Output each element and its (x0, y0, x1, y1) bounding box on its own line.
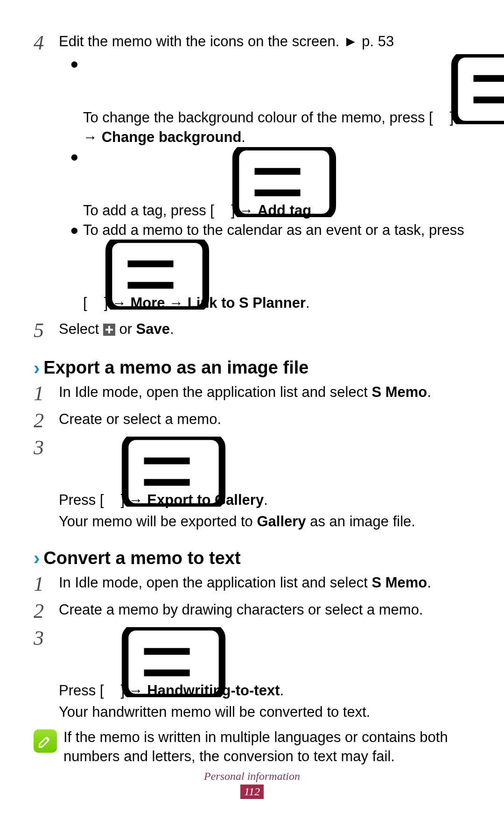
section-title: Convert a memo to text (43, 548, 240, 568)
step-body: Create a memo by drawing characters or s… (59, 600, 470, 620)
bullet-after: . (311, 202, 315, 219)
step-4-substeps: ● To change the background colour of the… (59, 54, 470, 313)
step-number: 4 (34, 32, 59, 53)
menu-icon (214, 147, 231, 159)
step-after: . (427, 574, 431, 591)
menu-icon (87, 240, 104, 252)
step-body: Edit the memo with the icons on the scre… (59, 32, 470, 51)
step-post: ] (120, 682, 125, 699)
step-number: 3 (34, 437, 59, 458)
menu-icon (104, 627, 120, 639)
bullet-dot: ● (70, 54, 83, 74)
step-pre: In Idle mode, open the application list … (59, 574, 371, 591)
bullet-post: ] (104, 295, 108, 311)
convert-step-3-continued: Your handwritten memo will be converted … (59, 702, 470, 722)
page-footer: Personal information 112 (0, 770, 504, 799)
step-number: 2 (34, 600, 59, 622)
note-body: If the memo is written in multiple langu… (63, 728, 470, 767)
step-pre: Press [ (59, 492, 104, 508)
top-continued-steps: 4 Edit the memo with the icons on the sc… (34, 32, 470, 341)
cont-pre: Your memo will be exported to (59, 513, 257, 530)
menu-icon (433, 54, 450, 66)
step-number: 5 (34, 319, 59, 341)
step-4-text: Edit the memo with the icons on the scre… (59, 33, 339, 49)
bullet-body: To add a memo to the calendar as an even… (83, 220, 470, 313)
arrow-icon: → (169, 295, 183, 311)
step-5-row: 5 Select or Save. (34, 319, 470, 341)
cont-after: as an image file. (306, 513, 415, 530)
export-step-3: 3 Press [] → Export to Gallery. (34, 437, 470, 510)
bullet-after: . (306, 295, 310, 311)
chevron-right-icon: › (34, 359, 40, 377)
page-ref: p. 53 (362, 33, 394, 49)
convert-step-2: 2 Create a memo by drawing characters or… (34, 600, 470, 622)
step-pre: Press [ (59, 682, 104, 699)
step-after: . (264, 492, 268, 508)
export-step-1: 1 In Idle mode, open the application lis… (34, 382, 470, 404)
step-body: Select or Save. (59, 319, 470, 339)
step-bold: Export to Gallery (147, 492, 264, 508)
step-bold: S Memo (371, 384, 427, 400)
export-steps: 1 In Idle mode, open the application lis… (34, 382, 470, 531)
step-bold: S Memo (371, 574, 427, 591)
bullet-pre: To add a tag, press [ (83, 202, 214, 219)
step-pre: In Idle mode, open the application list … (59, 384, 371, 400)
bullet-post: ] (450, 109, 454, 126)
bullet-post: ] (231, 202, 235, 219)
step-body: In Idle mode, open the application list … (59, 573, 470, 593)
convert-step-1: 1 In Idle mode, open the application lis… (34, 573, 470, 594)
arrow-icon: → (112, 295, 126, 311)
step-4-row: 4 Edit the memo with the icons on the sc… (34, 32, 470, 53)
cont-bold: Gallery (257, 513, 306, 530)
step-number: 3 (34, 627, 59, 649)
section-title: Export a memo as an image file (43, 358, 308, 378)
menu-icon (104, 437, 120, 449)
bullet-dot: ● (70, 220, 83, 240)
convert-step-3: 3 Press [] → Handwriting-to-text. (34, 627, 470, 700)
step-bold: Handwriting-to-text (147, 682, 280, 699)
step5-mid: or (115, 321, 136, 337)
step-post: ] (120, 492, 125, 508)
footer-page: 112 (0, 785, 504, 799)
footer-label: Personal information (0, 770, 504, 783)
page-ref-arrow: ► (343, 33, 358, 49)
bullet-bold1: More (131, 295, 165, 311)
step-number: 1 (34, 382, 59, 404)
step5-after: . (170, 321, 174, 337)
bullet-body: To add a tag, press [] → Add tag. (83, 147, 470, 220)
bullet-add-tag: ● To add a tag, press [] → Add tag. (59, 147, 470, 220)
step-body: Press [] → Handwriting-to-text. (59, 627, 470, 700)
step5-bold: Save (136, 321, 170, 337)
note-pencil-icon (34, 729, 57, 753)
bullet-bold: Change background (102, 129, 242, 145)
export-step-2: 2 Create or select a memo. (34, 410, 470, 431)
bullet-bold: Add tag (258, 202, 311, 219)
bullet-pre: To change the background colour of the m… (83, 109, 433, 126)
bullet-dot: ● (70, 147, 83, 167)
footer-page-number: 112 (240, 785, 264, 799)
bullet-after: . (241, 129, 245, 145)
bullet-link-splanner: ● To add a memo to the calendar as an ev… (59, 220, 470, 313)
step5-pre: Select (59, 321, 103, 337)
step-body: Press [] → Export to Gallery. (59, 437, 470, 510)
bullet-bold2: Link to S Planner (188, 295, 306, 311)
bullet-change-background: ● To change the background colour of the… (59, 54, 470, 147)
arrow-icon: → (83, 129, 98, 145)
step-body: In Idle mode, open the application list … (59, 382, 470, 402)
convert-section-header: › Convert a memo to text (34, 548, 470, 568)
export-step-3-continued: Your memo will be exported to Gallery as… (59, 512, 470, 531)
step-after: . (427, 384, 431, 400)
step-body: Create or select a memo. (59, 410, 470, 429)
arrow-icon: → (129, 492, 143, 508)
chevron-right-icon: › (34, 549, 40, 567)
arrow-icon: → (239, 202, 253, 219)
plus-icon (103, 324, 115, 336)
step-number: 2 (34, 410, 59, 431)
arrow-icon: → (129, 682, 143, 699)
bullet-body: To change the background colour of the m… (83, 54, 470, 147)
export-section-header: › Export a memo as an image file (34, 358, 470, 378)
step-after: . (280, 682, 284, 699)
convert-steps: 1 In Idle mode, open the application lis… (34, 573, 470, 766)
note-row: If the memo is written in multiple langu… (34, 728, 470, 767)
step-number: 1 (34, 573, 59, 594)
